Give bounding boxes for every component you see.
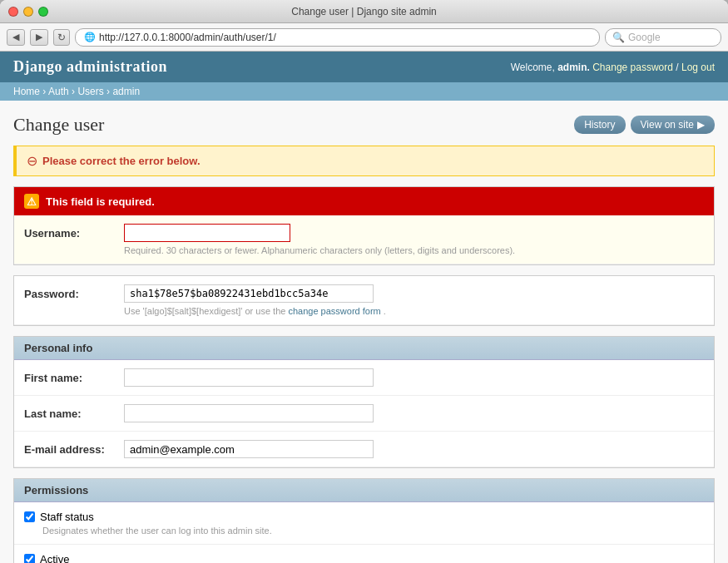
close-button[interactable] bbox=[8, 7, 18, 17]
permissions-header: Permissions bbox=[14, 479, 714, 502]
email-label: E-mail address: bbox=[24, 440, 124, 456]
email-field bbox=[124, 440, 704, 458]
back-button[interactable]: ◀ bbox=[7, 29, 25, 46]
history-button[interactable]: History bbox=[574, 116, 625, 134]
error-text: Please correct the error below. bbox=[42, 155, 201, 167]
addressbar: ◀ ▶ ↻ 🌐 http://127.0.0.1:8000/admin/auth… bbox=[0, 23, 728, 52]
email-input[interactable] bbox=[124, 440, 374, 458]
lastname-label: Last name: bbox=[24, 404, 124, 420]
view-site-arrow-icon: ▶ bbox=[697, 119, 705, 131]
username-field: Required. 30 characters or fewer. Alphan… bbox=[124, 224, 704, 255]
breadcrumb-current: admin bbox=[112, 86, 140, 97]
active-checkbox[interactable] bbox=[24, 554, 35, 563]
password-label: Password: bbox=[24, 284, 124, 300]
username-section: ⚠ This field is required. Username: Requ… bbox=[13, 186, 715, 265]
field-error-banner: ⚠ This field is required. bbox=[14, 187, 714, 215]
firstname-label: First name: bbox=[24, 368, 124, 384]
error-note: ⊖ Please correct the error below. bbox=[13, 146, 715, 176]
username-label: Username: bbox=[24, 224, 124, 240]
firstname-input[interactable] bbox=[124, 368, 374, 387]
lastname-input[interactable] bbox=[124, 404, 374, 422]
active-row: Active bbox=[14, 545, 714, 563]
active-text: Active bbox=[40, 553, 69, 563]
firstname-field bbox=[124, 368, 704, 387]
window-title: Change user | Django site admin bbox=[291, 6, 437, 17]
django-branding: Django administration bbox=[13, 58, 167, 76]
firstname-row: First name: bbox=[14, 360, 714, 396]
breadcrumb-users[interactable]: Users bbox=[77, 86, 103, 97]
lastname-field bbox=[124, 404, 704, 422]
password-help: Use '[algo]$[salt]$[hexdigest]' or use t… bbox=[124, 306, 704, 316]
url-lock-icon: 🌐 bbox=[84, 32, 96, 42]
staff-status-checkbox[interactable] bbox=[24, 511, 35, 522]
user-tools: Welcome, admin. Change password / Log ou… bbox=[511, 62, 715, 73]
permissions-section: Permissions Staff status Designates whet… bbox=[13, 478, 715, 563]
reload-button[interactable]: ↻ bbox=[53, 29, 70, 46]
lastname-row: Last name: bbox=[14, 396, 714, 432]
warning-icon: ⚠ bbox=[24, 194, 39, 209]
personal-info-section: Personal info First name: Last name: E-m… bbox=[13, 336, 715, 468]
search-icon: 🔍 bbox=[612, 32, 625, 43]
staff-status-text: Staff status bbox=[40, 511, 94, 523]
content-area: Change user History View on site ▶ ⊖ Ple… bbox=[0, 101, 728, 563]
active-label[interactable]: Active bbox=[24, 553, 69, 563]
change-password-link[interactable]: Change password bbox=[592, 62, 673, 73]
username-input[interactable] bbox=[124, 224, 290, 242]
password-section: Password: Use '[algo]$[salt]$[hexdigest]… bbox=[13, 275, 715, 326]
password-help-prefix: Use '[algo]$[salt]$[hexdigest]' or use t… bbox=[124, 306, 288, 316]
browser-content: Django administration Welcome, admin. Ch… bbox=[0, 52, 728, 563]
separator: / bbox=[676, 62, 681, 73]
email-row: E-mail address: bbox=[14, 432, 714, 467]
url-bar[interactable]: 🌐 http://127.0.0.1:8000/admin/auth/user/… bbox=[75, 28, 600, 47]
forward-button[interactable]: ▶ bbox=[30, 29, 48, 46]
reload-icon: ↻ bbox=[57, 32, 66, 43]
page-title: Change user bbox=[13, 114, 104, 136]
username-row: Username: Required. 30 characters or few… bbox=[14, 215, 714, 264]
view-on-site-label: View on site bbox=[641, 119, 694, 131]
search-bar[interactable]: 🔍 Google bbox=[605, 28, 721, 47]
staff-status-row: Staff status Designates whether the user… bbox=[14, 502, 714, 545]
forward-icon: ▶ bbox=[36, 32, 42, 42]
staff-status-help: Designates whether the user can log into… bbox=[42, 526, 272, 536]
password-input[interactable] bbox=[124, 284, 374, 303]
back-icon: ◀ bbox=[12, 32, 19, 42]
change-password-form-link[interactable]: change password form bbox=[288, 306, 380, 316]
titlebar: Change user | Django site admin bbox=[0, 0, 728, 23]
password-row: Password: Use '[algo]$[salt]$[hexdigest]… bbox=[14, 276, 714, 325]
logout-link[interactable]: Log out bbox=[681, 62, 715, 73]
error-icon: ⊖ bbox=[27, 153, 37, 169]
browser-window: Change user | Django site admin ◀ ▶ ↻ 🌐 … bbox=[0, 0, 728, 563]
field-error-text: This field is required. bbox=[46, 195, 155, 208]
breadcrumb-home[interactable]: Home bbox=[13, 86, 40, 97]
window-controls bbox=[8, 7, 48, 17]
personal-info-header: Personal info bbox=[14, 337, 714, 360]
welcome-text: Welcome, bbox=[511, 62, 557, 73]
url-text: http://127.0.0.1:8000/admin/auth/user/1/ bbox=[99, 32, 276, 43]
search-placeholder: Google bbox=[628, 32, 661, 43]
object-tools: History View on site ▶ bbox=[574, 116, 715, 134]
staff-status-label[interactable]: Staff status bbox=[24, 511, 272, 523]
breadcrumbs: Home › Auth › Users › admin bbox=[0, 82, 728, 101]
content-header: Change user History View on site ▶ bbox=[13, 114, 715, 136]
view-on-site-button[interactable]: View on site ▶ bbox=[631, 116, 715, 134]
breadcrumb-auth[interactable]: Auth bbox=[48, 86, 69, 97]
minimize-button[interactable] bbox=[23, 7, 33, 17]
username-help: Required. 30 characters or fewer. Alphan… bbox=[124, 245, 704, 255]
password-help-suffix: . bbox=[384, 306, 386, 316]
admin-username: admin. bbox=[557, 62, 590, 73]
django-header: Django administration Welcome, admin. Ch… bbox=[0, 52, 728, 82]
maximize-button[interactable] bbox=[38, 7, 48, 17]
password-field: Use '[algo]$[salt]$[hexdigest]' or use t… bbox=[124, 284, 704, 316]
